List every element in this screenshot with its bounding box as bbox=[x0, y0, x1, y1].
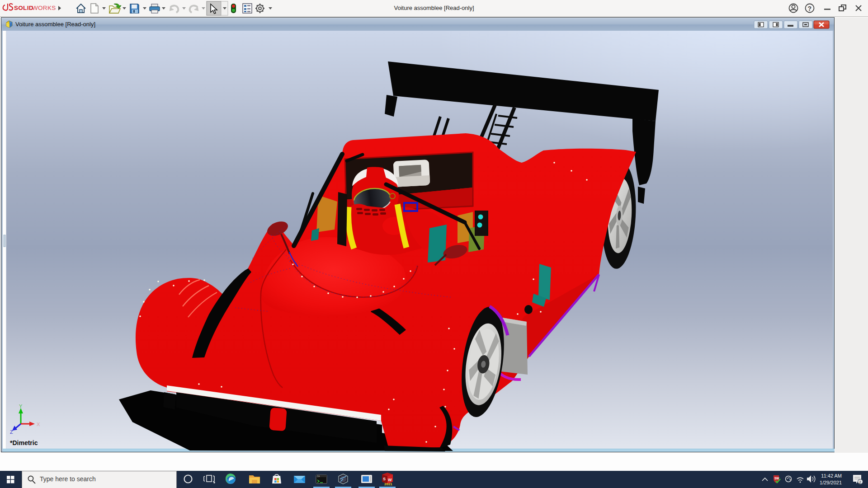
svg-text:W: W bbox=[388, 478, 392, 482]
svg-text:2021: 2021 bbox=[384, 482, 392, 486]
svg-text:2: 2 bbox=[859, 480, 861, 484]
svg-text:S: S bbox=[383, 477, 386, 481]
svg-text:CA: CA bbox=[317, 475, 320, 478]
svg-text:SW: SW bbox=[774, 477, 779, 480]
